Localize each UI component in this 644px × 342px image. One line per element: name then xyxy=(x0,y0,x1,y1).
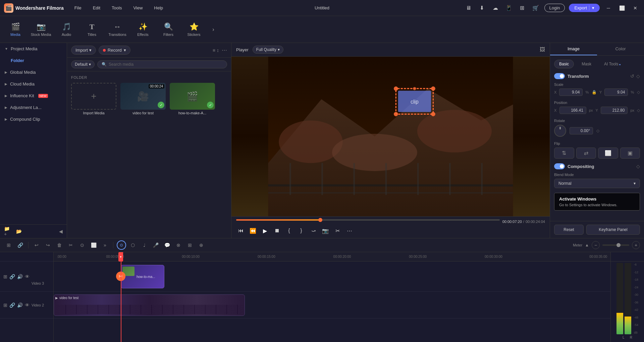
sidebar-item-adjustment[interactable]: ▶ Adjustment La... xyxy=(0,102,67,113)
link-button[interactable]: 🔗 xyxy=(15,240,25,250)
close-button[interactable]: ✕ xyxy=(631,3,640,13)
track2-link-icon[interactable]: 🔗 xyxy=(9,302,15,308)
zoom-thumb[interactable] xyxy=(616,243,621,247)
track3-eye-icon[interactable]: 👁 xyxy=(25,274,30,279)
subtitle-button[interactable]: 💬 xyxy=(162,240,172,250)
import-media-thumb[interactable]: + xyxy=(71,83,116,110)
compositing-keyframe-icon[interactable]: ◇ xyxy=(636,164,640,169)
track3-volume-icon[interactable]: 🔊 xyxy=(17,274,23,279)
folder-button[interactable]: 📂 xyxy=(15,227,23,235)
ripple-delete-button[interactable]: ⊙ xyxy=(77,240,87,250)
import-button[interactable]: Import ▾ xyxy=(71,46,96,55)
track3-add-icon[interactable]: ⊞ xyxy=(3,274,7,279)
search-input[interactable] xyxy=(109,62,223,67)
meter-up-icon[interactable]: ▲ xyxy=(585,243,589,247)
transform-tl-button[interactable]: ⬜ xyxy=(89,240,98,250)
menu-help[interactable]: Help xyxy=(151,4,166,12)
sub-tab-basic[interactable]: Basic xyxy=(554,60,574,68)
scale-x-input[interactable] xyxy=(559,89,583,96)
zoom-out-button[interactable]: − xyxy=(592,241,600,249)
track-clip-video2[interactable]: ▶ video for test xyxy=(54,294,245,316)
settings-button[interactable]: ⋯ xyxy=(345,226,354,235)
reset-button[interactable]: Reset xyxy=(554,225,584,235)
sub-tab-ai-tools[interactable]: AI Tools ● xyxy=(599,60,626,68)
menu-edit[interactable]: Edit xyxy=(90,4,103,12)
nav-stock-media[interactable]: 📷 Stock Media xyxy=(29,17,53,42)
default-select[interactable]: Default ▾ xyxy=(71,60,95,68)
extra-btn2[interactable]: ⊞ xyxy=(185,240,195,250)
sidebar-item-project-media[interactable]: ▼ Project Media xyxy=(0,43,67,55)
video1-thumb[interactable]: 🎥 00:00:24 ✓ xyxy=(120,83,166,110)
toolbar-more-button[interactable]: › xyxy=(209,25,218,34)
stop-button[interactable]: ⏹ xyxy=(272,226,282,235)
position-y-input[interactable] xyxy=(601,107,628,114)
tab-color[interactable]: Color xyxy=(597,43,644,55)
transform-toggle[interactable] xyxy=(554,73,565,79)
cut-button[interactable]: ✂ xyxy=(66,240,75,250)
scale-keyframe-icon[interactable]: ◇ xyxy=(637,90,640,95)
minimize-button[interactable]: ─ xyxy=(604,3,613,13)
prev-frame-button[interactable]: ⏮ xyxy=(236,226,246,235)
sidebar-item-compound-clip[interactable]: ▶ Compound Clip xyxy=(0,113,67,125)
export-arrow[interactable]: ▾ xyxy=(589,5,594,10)
shop-icon[interactable]: 🛒 xyxy=(531,3,540,13)
menu-file[interactable]: File xyxy=(72,4,84,12)
flip-btn3[interactable]: ⬜ xyxy=(598,148,618,159)
rotate-keyframe-icon[interactable]: ◇ xyxy=(596,128,599,133)
export-button[interactable]: Export ▾ xyxy=(569,4,600,12)
scale-lock-icon[interactable]: 🔒 xyxy=(592,90,597,95)
filter-button[interactable]: ≡ ↕ xyxy=(213,48,219,53)
menu-view[interactable]: View xyxy=(130,4,145,12)
sidebar-item-folder[interactable]: Folder xyxy=(0,55,67,66)
snap-button[interactable]: ⊙ xyxy=(117,240,126,250)
sub-tab-mask[interactable]: Mask xyxy=(577,60,596,68)
add-folder-button[interactable]: 📁+ xyxy=(4,227,12,235)
playhead-thumb[interactable] xyxy=(318,218,322,222)
more-tl-button[interactable]: » xyxy=(100,240,110,250)
snapshot-button[interactable]: 📷 xyxy=(321,226,330,235)
zoom-slider[interactable] xyxy=(602,244,629,246)
voiceover-button[interactable]: ✂ xyxy=(333,226,342,235)
undo-button[interactable]: ↩ xyxy=(32,240,41,250)
flip-btn4[interactable]: ▣ xyxy=(620,148,640,159)
keyframe-panel-button[interactable]: Keyframe Panel xyxy=(586,225,640,235)
record-button[interactable]: Record ▾ xyxy=(99,46,130,55)
tab-image[interactable]: Image xyxy=(550,43,597,55)
monitor-icon[interactable]: 🖥 xyxy=(464,3,473,13)
download-icon[interactable]: ⬇ xyxy=(477,3,487,13)
scale-y-input[interactable] xyxy=(604,89,628,96)
mic-button[interactable]: 🎤 xyxy=(151,240,160,250)
mark-out-button[interactable]: } xyxy=(297,226,306,235)
particles-button[interactable]: ⬡ xyxy=(128,240,138,250)
video2-thumb[interactable]: 🎬 ✓ xyxy=(170,83,215,110)
progress-bar[interactable] xyxy=(236,219,500,221)
redo-button[interactable]: ↪ xyxy=(43,240,53,250)
compositing-toggle[interactable] xyxy=(554,163,565,169)
login-button[interactable]: Login xyxy=(544,4,565,12)
flip-horizontal-button[interactable]: ⇄ xyxy=(576,148,596,159)
track2-add-icon[interactable]: ⊞ xyxy=(3,302,7,308)
blend-mode-select[interactable]: Normal ▾ xyxy=(554,179,640,188)
menu-tools[interactable]: Tools xyxy=(109,4,124,12)
track-clip-video3[interactable]: how-to-ma... xyxy=(121,265,164,288)
sidebar-item-global-media[interactable]: ▶ Global Media xyxy=(0,66,67,78)
list-item[interactable]: + Import Media xyxy=(71,83,116,115)
nav-effects[interactable]: ✨ Effects xyxy=(131,17,155,42)
extra-btn1[interactable]: ⊗ xyxy=(174,240,183,250)
nav-media[interactable]: 🎬 Media xyxy=(3,17,28,42)
nav-titles[interactable]: T Titles xyxy=(80,17,104,42)
track2-volume-icon[interactable]: 🔊 xyxy=(17,302,23,308)
rewind-button[interactable]: ⏪ xyxy=(248,226,258,235)
list-item[interactable]: 🎬 ✓ how-to-make-A... xyxy=(170,83,215,115)
zoom-in-button[interactable]: + xyxy=(632,241,640,249)
ripple-button[interactable]: ⤻ xyxy=(309,226,318,235)
beat-button[interactable]: ♩ xyxy=(140,240,149,250)
position-x-input[interactable] xyxy=(559,107,586,114)
phone-icon[interactable]: 📱 xyxy=(504,3,514,13)
sidebar-item-cloud-media[interactable]: ▶ Cloud Media xyxy=(0,78,67,90)
flip-vertical-button[interactable]: ⇅ xyxy=(554,148,574,159)
nav-stickers[interactable]: ⭐ Stickers xyxy=(182,17,206,42)
extra-btn3[interactable]: ⊕ xyxy=(197,240,206,250)
quality-select[interactable]: Full Quality ▾ xyxy=(253,46,283,54)
upload-icon[interactable]: ☁ xyxy=(491,3,500,13)
